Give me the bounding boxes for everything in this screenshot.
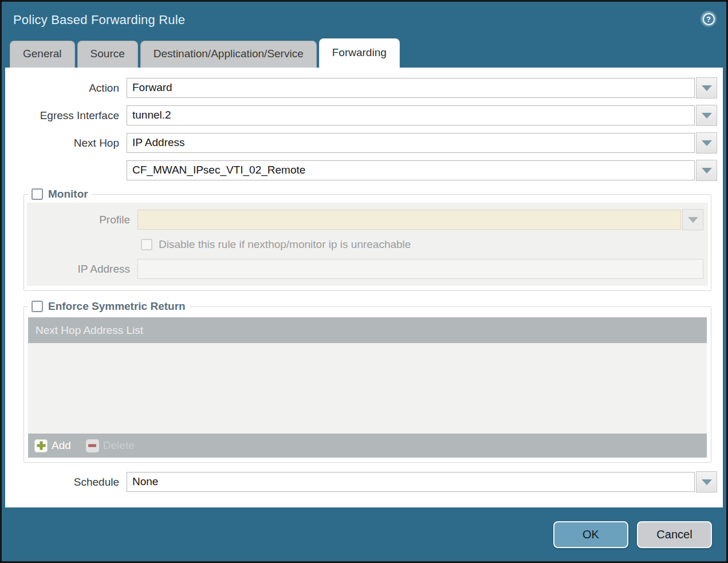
egress-interface-label: Egress Interface <box>5 109 127 122</box>
action-dropdown-button[interactable] <box>696 77 717 99</box>
action-row: Action Forward <box>5 78 717 99</box>
delete-button-label: Delete <box>103 439 135 452</box>
disable-rule-row: Disable this rule if nexthop/monitor ip … <box>141 238 703 251</box>
action-label: Action <box>5 82 127 95</box>
monitor-checkbox[interactable] <box>32 188 43 200</box>
dialog-title: Policy Based Forwarding Rule <box>13 13 185 27</box>
minus-icon <box>86 439 99 452</box>
next-hop-address-table: Next Hop Address List Add Delete <box>28 317 707 458</box>
help-icon[interactable]: ? <box>700 10 717 27</box>
enforce-symmetric-return-legend: Enforce Symmetric Return <box>28 300 189 313</box>
profile-dropdown-button <box>682 209 703 230</box>
monitor-content: Profile Disable this rule if nexthop/mon… <box>27 203 708 286</box>
tab-forwarding[interactable]: Forwarding <box>319 38 400 68</box>
next-hop-address-list-header: Next Hop Address List <box>28 317 707 343</box>
help-icon-glyph: ? <box>703 13 715 25</box>
next-hop-address-list-toolbar: Add Delete <box>28 434 707 458</box>
ok-button[interactable]: OK <box>553 521 628 548</box>
next-hop-type-dropdown-button[interactable] <box>696 132 717 153</box>
chevron-down-icon <box>702 140 712 146</box>
egress-interface-field[interactable]: tunnel.2 <box>127 105 695 125</box>
forwarding-tab-panel: Action Forward Egress Interface tunnel.2… <box>5 68 723 507</box>
next-hop-row: Next Hop IP Address <box>5 133 717 153</box>
next-hop-address-row: CF_MWAN_IPsec_VTI_02_Remote <box>5 160 717 181</box>
action-field[interactable]: Forward <box>127 78 695 98</box>
next-hop-address-list-body <box>28 343 707 434</box>
tab-general[interactable]: General <box>10 41 75 68</box>
pbf-rule-dialog: Policy Based Forwarding Rule ? General S… <box>0 0 728 563</box>
chevron-down-icon <box>702 85 712 91</box>
profile-field <box>137 210 681 230</box>
schedule-label: Schedule <box>5 476 127 489</box>
schedule-row: Schedule None <box>5 472 717 493</box>
tab-destination-application-service[interactable]: Destination/Application/Service <box>140 41 317 68</box>
chevron-down-icon <box>702 168 712 174</box>
egress-interface-row: Egress Interface tunnel.2 <box>5 105 717 126</box>
chevron-down-icon <box>702 479 712 485</box>
monitor-legend-label: Monitor <box>48 188 88 200</box>
enforce-symmetric-return-fieldset: Enforce Symmetric Return Next Hop Addres… <box>23 300 711 463</box>
monitor-ip-label: IP Address <box>32 263 137 275</box>
disable-rule-label: Disable this rule if nexthop/monitor ip … <box>159 238 411 251</box>
egress-interface-dropdown-button[interactable] <box>696 105 717 126</box>
tab-source[interactable]: Source <box>77 41 138 68</box>
delete-button: Delete <box>86 439 135 452</box>
enforce-symmetric-return-legend-label: Enforce Symmetric Return <box>48 300 186 313</box>
next-hop-type-field[interactable]: IP Address <box>127 133 695 153</box>
add-button-label: Add <box>52 439 71 452</box>
disable-rule-checkbox <box>141 239 152 250</box>
monitor-fieldset: Monitor Profile Disable this rule if nex… <box>23 188 711 291</box>
next-hop-label: Next Hop <box>5 137 127 149</box>
monitor-legend: Monitor <box>28 188 92 200</box>
profile-label: Profile <box>32 214 137 226</box>
add-button[interactable]: Add <box>34 439 71 452</box>
cancel-button[interactable]: Cancel <box>637 521 712 548</box>
monitor-ip-field <box>137 259 703 279</box>
profile-row: Profile <box>32 210 703 230</box>
next-hop-address-field[interactable]: CF_MWAN_IPsec_VTI_02_Remote <box>127 160 695 180</box>
plus-icon <box>34 439 48 452</box>
schedule-field[interactable]: None <box>127 472 695 492</box>
schedule-dropdown-button[interactable] <box>696 471 717 493</box>
enforce-symmetric-return-checkbox[interactable] <box>32 301 43 312</box>
dialog-titlebar: Policy Based Forwarding Rule ? <box>2 2 726 38</box>
dialog-button-bar: OK Cancel <box>2 507 726 561</box>
next-hop-address-dropdown-button[interactable] <box>696 160 717 181</box>
chevron-down-icon <box>702 113 712 119</box>
chevron-down-icon <box>688 217 698 223</box>
monitor-ip-row: IP Address <box>32 259 703 279</box>
tab-strip: General Source Destination/Application/S… <box>2 38 726 68</box>
